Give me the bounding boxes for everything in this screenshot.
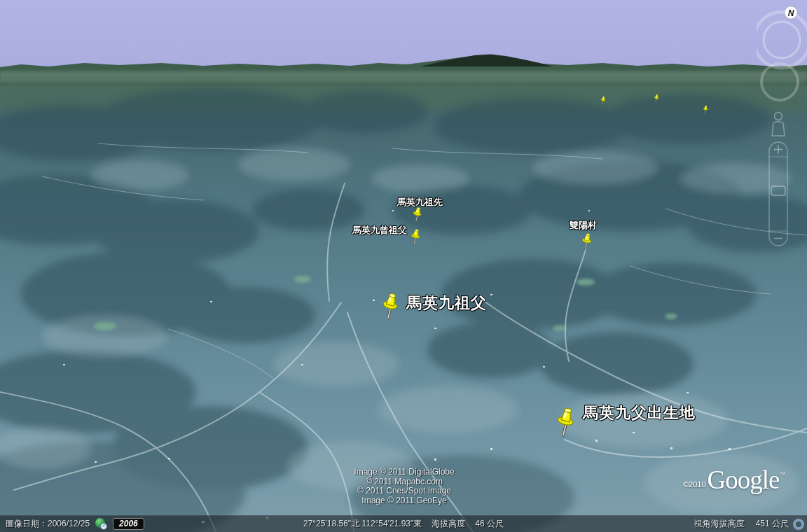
eye-altitude-value: 451 公尺 <box>756 518 789 530</box>
sky <box>0 0 807 73</box>
status-bar: 圖像日期：2006/12/25 2006 27°25'18.56"北 112°5… <box>0 515 807 532</box>
historical-imagery-clock-icon[interactable] <box>95 518 107 530</box>
attribution-line: © 2011 Mapabc.com <box>354 477 454 487</box>
google-logo: ©2010 Google ™ <box>683 467 786 493</box>
compass-north-button[interactable]: N <box>785 6 797 19</box>
terrain-3d-view[interactable] <box>0 0 807 532</box>
attribution-line: Image © 2011 GeoEye <box>354 496 454 506</box>
zoom-slider-handle[interactable] <box>771 186 785 195</box>
imagery-attribution: Image © 2011 DigitalGlobe © 2011 Mapabc.… <box>354 468 454 505</box>
placemark-label-ma-father-birthplace[interactable]: 馬英九父出生地 <box>583 402 696 424</box>
imagery-date-label: 圖像日期：2006/12/25 <box>6 518 90 530</box>
logo-trademark: ™ <box>780 471 786 478</box>
elevation-label: 海拔高度 <box>432 518 465 530</box>
zoom-in-icon[interactable] <box>774 146 782 154</box>
attribution-line: © 2011 Cnes/Spot Image <box>354 486 454 496</box>
placemark-label-shuangyang-village[interactable]: 雙陽村 <box>570 219 597 232</box>
placemark-label-ma-great-grandfather[interactable]: 馬英九曾祖父 <box>352 224 407 237</box>
compass-north-label: N <box>788 8 794 18</box>
eye-altitude-label: 視角海拔高度 <box>694 518 745 530</box>
logo-copyright: ©2010 <box>683 480 706 489</box>
pegman-control[interactable] <box>772 113 785 136</box>
streaming-indicator-icon <box>793 519 804 530</box>
google-wordmark: Google <box>708 467 780 493</box>
pointer-coordinates: 27°25'18.56"北 112°54'21.93"東 <box>303 518 422 530</box>
elevation-value: 46 公尺 <box>475 518 504 530</box>
time-slider-year-button[interactable]: 2006 <box>113 518 144 530</box>
pegman-icon <box>775 113 782 120</box>
placemark-label-ma-grandfather[interactable]: 馬英九祖父 <box>406 293 487 314</box>
zoom-slider[interactable] <box>769 142 787 246</box>
look-ring-inner[interactable] <box>764 22 800 58</box>
pegman-body <box>772 122 785 136</box>
navigation-controls: N <box>757 0 807 252</box>
placemark-label-ma-ancestors[interactable]: 馬英九祖先 <box>397 196 443 209</box>
attribution-line: Image © 2011 DigitalGlobe <box>354 468 454 477</box>
google-earth-window: 馬英九祖先 馬英九曾祖父 雙陽村 馬英九祖父 馬英九父出生地 N Image ©… <box>0 0 807 532</box>
